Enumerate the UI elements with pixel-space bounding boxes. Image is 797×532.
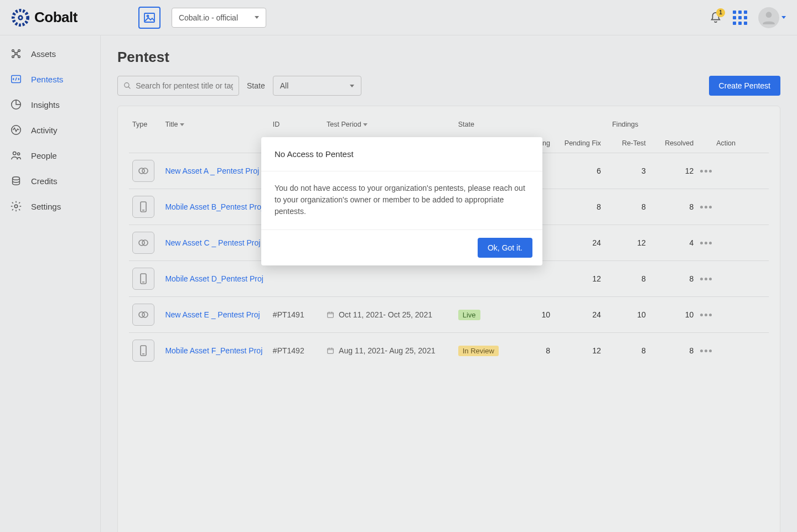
search-icon: [123, 81, 131, 90]
col-resolved: Resolved: [649, 134, 697, 153]
sidebar-item-label: Settings: [31, 202, 61, 211]
pentest-title-link[interactable]: Mobile Asset B_Pentest Proj: [165, 202, 263, 211]
page-title: Pentest: [117, 49, 780, 66]
pentest-title-link[interactable]: Mobile Asset D_Pentest Proj: [165, 274, 263, 283]
sidebar-item-label: Credits: [31, 176, 58, 186]
row-action-menu[interactable]: [700, 242, 736, 244]
sidebar-item-settings[interactable]: Settings: [0, 194, 100, 219]
test-period: Oct 11, 2021- Oct 25, 2021: [327, 310, 452, 319]
insights-icon: [10, 98, 22, 111]
col-pending-fix: Pending Fix: [553, 134, 604, 153]
cell-pending-fix: 24: [553, 297, 604, 333]
main-content: Pentest State All Create Pentest Type Ti…: [101, 35, 797, 532]
svg-point-28: [142, 312, 148, 317]
chevron-down-icon: [350, 85, 354, 87]
pentest-title-link[interactable]: New Asset E _ Pentest Proj: [165, 310, 260, 319]
state-filter-value: All: [280, 81, 289, 90]
cell-resolved: 12: [649, 153, 697, 189]
sidebar-item-activity[interactable]: Activity: [0, 117, 100, 143]
col-state: State: [455, 115, 509, 134]
web-icon: [132, 232, 154, 254]
cell-retest: 12: [604, 225, 649, 261]
sidebar-item-label: People: [31, 151, 57, 160]
cell-retest: 8: [604, 261, 649, 297]
svg-point-20: [142, 168, 148, 174]
sidebar-item-credits[interactable]: Credits: [0, 168, 100, 194]
svg-point-24: [142, 240, 148, 246]
user-menu[interactable]: [758, 7, 786, 28]
create-pentest-button[interactable]: Create Pentest: [709, 76, 780, 96]
chevron-down-icon: [255, 16, 259, 19]
cell-triaging: [509, 261, 553, 297]
test-period: Aug 11, 2021- Aug 25, 2021: [327, 346, 452, 355]
brand-logo[interactable]: Cobalt: [11, 8, 77, 27]
modal-title: No Access to Pentest: [261, 137, 542, 171]
svg-rect-3: [144, 13, 154, 22]
col-action: Action: [697, 134, 739, 153]
mobile-icon: [132, 340, 154, 362]
cell-pending-fix: 12: [553, 261, 604, 297]
table-row: Mobile Asset F_Pentest Proj #PT1492 Aug …: [129, 333, 769, 369]
svg-point-17: [14, 205, 18, 208]
pentest-title-link[interactable]: New Asset A _ Pentest Proj: [165, 166, 259, 175]
row-action-menu[interactable]: [700, 170, 736, 173]
search-input[interactable]: [136, 81, 233, 90]
notifications-button[interactable]: 1: [710, 12, 722, 24]
image-placeholder-icon[interactable]: [138, 7, 161, 29]
cell-resolved: 8: [649, 261, 697, 297]
svg-point-18: [125, 83, 129, 87]
pentest-title-link[interactable]: Mobile Asset F_Pentest Proj: [165, 346, 262, 355]
org-select[interactable]: Cobalt.io - official: [172, 8, 266, 28]
sidebar-item-assets[interactable]: Assets: [0, 41, 100, 66]
no-access-modal: No Access to Pentest You do not have acc…: [261, 137, 542, 265]
sidebar-item-pentests[interactable]: Pentests: [0, 66, 100, 92]
svg-point-4: [147, 15, 148, 17]
cell-retest: 8: [604, 189, 649, 225]
col-triaging: [509, 115, 553, 134]
svg-point-7: [18, 50, 20, 52]
row-action-menu[interactable]: [700, 206, 736, 208]
state-badge: Live: [458, 310, 480, 320]
svg-point-13: [12, 126, 21, 135]
web-icon: [132, 160, 154, 182]
svg-point-2: [19, 17, 22, 19]
sidebar-item-insights[interactable]: Insights: [0, 92, 100, 117]
sort-icon: [180, 123, 184, 126]
svg-point-15: [17, 153, 19, 155]
modal-ok-button[interactable]: Ok, Got it.: [478, 238, 532, 258]
org-selected-label: Cobalt.io - official: [179, 13, 238, 22]
chevron-down-icon: [782, 16, 786, 19]
apps-grid-icon: [733, 11, 747, 25]
row-action-menu[interactable]: [700, 350, 736, 352]
brand-name: Cobalt: [34, 9, 77, 26]
svg-point-10: [15, 53, 17, 55]
col-title[interactable]: Title: [162, 115, 269, 134]
header: Cobalt Cobalt.io - official 1: [0, 0, 797, 35]
state-badge: In Review: [458, 346, 499, 356]
cell-resolved: 4: [649, 225, 697, 261]
svg-rect-29: [328, 312, 334, 317]
col-test-period[interactable]: Test Period: [323, 115, 455, 134]
credits-icon: [10, 175, 22, 187]
pentest-title-link[interactable]: New Asset C _ Pentest Proj: [165, 238, 260, 247]
gear-icon: [10, 200, 22, 212]
table-row: New Asset E _ Pentest Proj #PT1491 Oct 1…: [129, 297, 769, 333]
state-filter-label: State: [247, 81, 265, 90]
col-id: ID: [270, 115, 323, 134]
svg-point-6: [12, 50, 14, 52]
web-icon: [132, 304, 154, 326]
col-retest: Re-Test: [604, 134, 649, 153]
search-box[interactable]: [117, 76, 239, 96]
row-action-menu[interactable]: [700, 278, 736, 280]
sidebar-item-label: Activity: [31, 126, 58, 135]
sidebar-item-people[interactable]: People: [0, 143, 100, 168]
row-action-menu[interactable]: [700, 314, 736, 316]
toolbar: State All Create Pentest: [117, 76, 780, 96]
activity-icon: [10, 124, 22, 136]
state-filter-select[interactable]: All: [273, 76, 361, 96]
apps-button[interactable]: [733, 11, 747, 25]
mobile-icon: [132, 268, 154, 290]
cell-pending-fix: 6: [553, 153, 604, 189]
mobile-icon: [132, 196, 154, 218]
pentests-icon: [10, 73, 22, 85]
